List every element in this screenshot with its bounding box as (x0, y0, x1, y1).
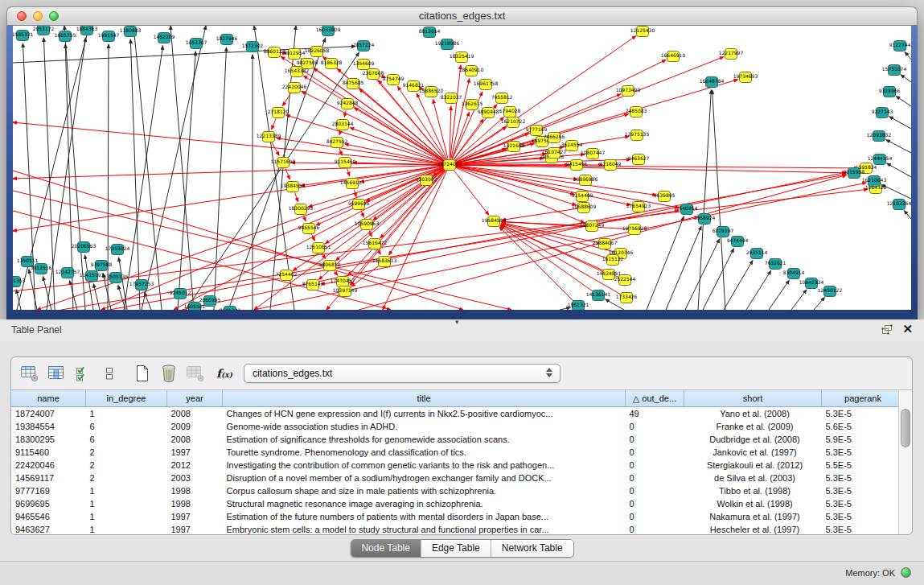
graph-node[interactable]: 7955812 (491, 93, 513, 104)
cell-name[interactable]: 9115460 (11, 446, 86, 459)
graph-node[interactable]: 1827946 (216, 35, 238, 45)
graph-node[interactable]: 8601242 (220, 307, 241, 311)
graph-node[interactable]: 9415496 (566, 160, 588, 171)
cell-pagerank[interactable]: 5.3E-5 (822, 446, 905, 459)
cell-year[interactable]: 2008 (167, 407, 223, 421)
network-canvas[interactable]: 1872400715853312053172160575518843631991… (13, 26, 911, 310)
cell-year[interactable]: 2008 (167, 433, 223, 446)
cell-pagerank[interactable]: 5.3E-5 (822, 510, 905, 523)
cell-year[interactable]: 2009 (167, 420, 223, 433)
graph-node[interactable]: 9463627 (628, 154, 650, 165)
cell-out-de-[interactable]: 0 (626, 459, 684, 472)
column-header-year[interactable]: year (167, 390, 223, 407)
window-titlebar[interactable]: citations_edges.txt (6, 6, 918, 26)
cell-year[interactable]: 2003 (167, 472, 223, 484)
column-header-name[interactable]: name (11, 390, 86, 407)
graph-node[interactable]: 2053172 (33, 26, 55, 35)
graph-node[interactable]: 2367608 (363, 69, 384, 80)
graph-node[interactable]: 1572302 (242, 42, 264, 52)
cell-year[interactable]: 1997 (167, 510, 223, 523)
table-row[interactable]: 1456911722003Disruption of a novel membe… (11, 472, 905, 484)
graph-node[interactable]: 1605755 (55, 31, 76, 42)
graph-node[interactable]: 15616472 (363, 239, 388, 249)
cell-pagerank[interactable]: 5.3E-5 (822, 497, 905, 510)
deselect-rows-icon[interactable] (99, 364, 120, 383)
graph-node[interactable]: 9122744 (889, 41, 911, 51)
cell-short[interactable]: Jankovic et al. (1997) (684, 446, 822, 459)
cell-title[interactable]: Corpus callosum shape and size in male p… (223, 484, 626, 497)
cell-title[interactable]: Structural magnetic resonance image aver… (223, 497, 626, 510)
graph-node[interactable]: 12450122 (818, 286, 843, 297)
table-row[interactable]: 1938455462009Genome-wide association stu… (11, 420, 905, 433)
graph-node[interactable]: 11571690 (271, 158, 296, 168)
graph-node[interactable]: 8860123 (264, 47, 285, 58)
graph-node[interactable]: 7632621 (765, 259, 786, 270)
graph-node[interactable]: 1884363 (76, 26, 98, 35)
cell-title[interactable]: Changes of HCN gene expression and I(f) … (223, 407, 626, 421)
cell-short[interactable]: Franke et al. (2009) (684, 420, 822, 433)
table-row[interactable]: 969969511998Structural magnetic resonanc… (11, 497, 905, 510)
cell-in-degree[interactable]: 2 (86, 472, 167, 484)
cell-title[interactable]: Disruption of a novel member of a sodium… (223, 472, 626, 484)
column-header-out-de-[interactable]: △ out_de... (626, 390, 684, 407)
cell-title[interactable]: Estimation of significance thresholds fo… (223, 433, 626, 446)
graph-node[interactable]: 16543382 (285, 67, 310, 77)
graph-node[interactable]: 12142757 (55, 268, 80, 278)
cell-short[interactable]: Nakamura et al. (1997) (684, 510, 822, 523)
panel-resize-handle[interactable]: ▾ (455, 318, 459, 326)
graph-node[interactable]: 8475685 (343, 79, 364, 89)
cell-short[interactable]: Dudbridge et al. (2008) (684, 433, 822, 446)
graph-node[interactable]: 10590963 (355, 220, 380, 230)
graph-node[interactable]: 9115460 (335, 158, 356, 168)
cell-out-de-[interactable]: 0 (626, 446, 684, 459)
tab-network-table[interactable]: Network Table (491, 540, 573, 557)
graph-node[interactable]: 1053307 (186, 39, 207, 49)
cell-out-de-[interactable]: 0 (626, 484, 684, 497)
graph-node[interactable]: 8322037 (441, 93, 462, 104)
column-header-in-degree[interactable]: in_degree (86, 390, 167, 407)
cell-name[interactable]: 9699695 (11, 497, 86, 510)
cell-in-degree[interactable]: 2 (86, 446, 167, 459)
table-row[interactable]: 2242004622012Investigating the contribut… (11, 459, 905, 472)
select-all-rows-icon[interactable] (72, 364, 93, 383)
graph-node[interactable]: 9639895 (654, 192, 676, 202)
graph-node[interactable]: 2522544 (614, 275, 636, 286)
cell-pagerank[interactable]: 5.9E-5 (822, 433, 905, 446)
graph-node[interactable]: 17359924 (105, 245, 130, 255)
graph-node[interactable]: 19218986 (435, 39, 460, 50)
tab-edge-table[interactable]: Edge Table (421, 540, 491, 557)
graph-node[interactable]: 8186328 (321, 59, 343, 69)
zoom-traffic-light-icon[interactable] (49, 11, 59, 21)
graph-node[interactable]: 20206563 (72, 242, 97, 253)
cell-name[interactable]: 14569117 (11, 472, 86, 484)
graph-node[interactable]: 12610651 (306, 243, 331, 253)
graph-node[interactable]: 1605501 (184, 303, 206, 311)
cell-in-degree[interactable]: 1 (86, 407, 167, 421)
graph-node[interactable]: 10397149 (333, 286, 358, 297)
close-traffic-light-icon[interactable] (17, 11, 27, 21)
cell-year[interactable]: 2012 (167, 459, 223, 472)
cell-out-de-[interactable]: 0 (626, 510, 684, 523)
graph-node[interactable]: 11583613 (372, 257, 397, 267)
cell-out-de-[interactable]: 0 (626, 472, 684, 484)
graph-node[interactable]: 9329966 (879, 87, 901, 97)
graph-node[interactable]: 12125430 (630, 27, 655, 37)
graph-node[interactable]: 8813054 (419, 27, 441, 38)
graph-node[interactable]: 9699695 (348, 200, 370, 210)
graph-node[interactable]: 9227343 (872, 108, 893, 118)
table-source-select[interactable]: citations_edges.txt (244, 364, 561, 383)
table-row[interactable]: 1872400712008Changes of HCN gene express… (11, 407, 905, 421)
cell-pagerank[interactable]: 5.5E-5 (822, 459, 905, 472)
delete-column-icon[interactable] (158, 364, 179, 383)
scrollbar-thumb[interactable] (901, 409, 910, 447)
float-panel-icon[interactable] (881, 324, 893, 335)
column-header-pagerank[interactable]: pagerank (822, 390, 905, 407)
graph-node[interactable]: 2935114 (746, 249, 768, 259)
graph-node[interactable]: 16648784 (700, 77, 725, 88)
cell-year[interactable]: 1998 (167, 497, 223, 510)
close-panel-icon[interactable]: ✕ (902, 323, 913, 335)
graph-node[interactable]: 6879197 (713, 227, 734, 237)
cell-title[interactable]: Investigating the contribution of common… (223, 459, 626, 472)
graph-node[interactable]: 17654923 (626, 202, 651, 212)
cell-pagerank[interactable]: 5.3E-5 (822, 407, 905, 421)
